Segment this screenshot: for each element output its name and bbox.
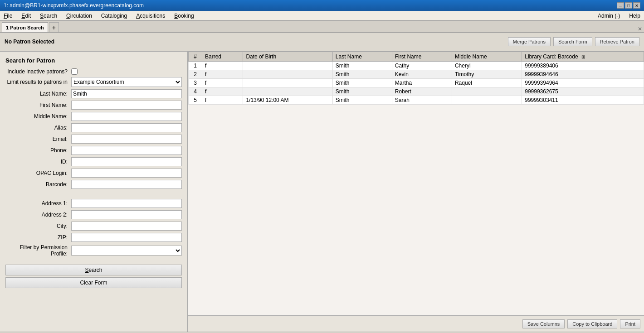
cell-num: 4 xyxy=(189,87,202,96)
expand-icon[interactable]: ⊞ xyxy=(581,54,585,59)
address2-input[interactable] xyxy=(71,210,182,219)
first-name-input[interactable] xyxy=(71,101,182,110)
city-label: City: xyxy=(5,223,71,229)
menu-bar: File Edit Search Circulation Cataloging … xyxy=(0,11,644,21)
middle-name-input[interactable] xyxy=(71,112,182,121)
menu-booking[interactable]: Booking xyxy=(172,12,195,19)
city-input[interactable] xyxy=(71,222,182,231)
phone-input[interactable] xyxy=(71,146,182,155)
results-panel: # Barred Date of Birth Last Name First N… xyxy=(188,52,644,332)
address2-row: Address 2: xyxy=(5,210,182,219)
search-panel-title: Search for Patron xyxy=(5,57,182,64)
col-header-last: Last Name xyxy=(332,52,392,62)
alias-label: Alias: xyxy=(5,125,71,131)
last-name-label: Last Name: xyxy=(5,91,71,97)
retrieve-patron-button[interactable]: Retrieve Patron xyxy=(595,37,639,46)
cell-dob xyxy=(243,87,332,96)
barcode-label: Barcode: xyxy=(5,181,71,188)
action-buttons: Merge Patrons Search Form Retrieve Patro… xyxy=(508,37,639,46)
menu-search[interactable]: Search xyxy=(38,12,59,19)
cell-barcode: 99999303411 xyxy=(522,96,644,105)
address1-row: Address 1: xyxy=(5,199,182,208)
print-button[interactable]: Print xyxy=(620,319,640,328)
tab-patron-search[interactable]: 1 Patron Search xyxy=(2,22,48,32)
cell-num: 3 xyxy=(189,79,202,87)
cell-first: Kevin xyxy=(392,70,452,79)
permission-profile-select[interactable] xyxy=(71,246,182,256)
cell-last: Smith xyxy=(332,62,392,70)
cell-first: Cathy xyxy=(392,62,452,70)
phone-label: Phone: xyxy=(5,147,71,154)
title-controls: – □ ✕ xyxy=(617,2,640,9)
results-table: # Barred Date of Birth Last Name First N… xyxy=(188,52,644,105)
address2-label: Address 2: xyxy=(5,212,71,218)
table-row[interactable]: 2 f Smith Kevin Timothy 99999394646 xyxy=(189,70,644,79)
cell-num: 5 xyxy=(189,96,202,105)
copy-to-clipboard-button[interactable]: Copy to Clipboard xyxy=(567,319,617,328)
phone-row: Phone: xyxy=(5,146,182,155)
cell-dob xyxy=(243,79,332,87)
include-inactive-row: Include inactive patrons? xyxy=(5,68,182,75)
menu-circulation[interactable]: Circulation xyxy=(64,12,94,19)
alias-input[interactable] xyxy=(71,123,182,132)
table-row[interactable]: 1 f Smith Cathy Cheryl 99999389406 xyxy=(189,62,644,70)
cell-num: 2 xyxy=(189,70,202,79)
cell-barcode: 99999389406 xyxy=(522,62,644,70)
close-button[interactable]: ✕ xyxy=(633,2,640,9)
cell-last: Smith xyxy=(332,70,392,79)
results-table-container: # Barred Date of Birth Last Name First N… xyxy=(188,52,644,315)
cell-first: Martha xyxy=(392,79,452,87)
menu-help[interactable]: Help xyxy=(627,12,642,19)
id-label: ID: xyxy=(5,159,71,165)
cell-barred: f xyxy=(202,87,243,96)
address1-label: Address 1: xyxy=(5,200,71,207)
cell-barred: f xyxy=(202,96,243,105)
cell-first: Sarah xyxy=(392,96,452,105)
menu-acquisitions[interactable]: Acquisitions xyxy=(134,12,167,19)
main-content: No Patron Selected Merge Patrons Search … xyxy=(0,33,644,332)
table-row[interactable]: 5 f 1/13/90 12:00 AM Smith Sarah 9999930… xyxy=(189,96,644,105)
cell-last: Smith xyxy=(332,79,392,87)
address1-input[interactable] xyxy=(71,199,182,208)
cell-middle xyxy=(452,87,522,96)
include-inactive-label: Include inactive patrons? xyxy=(5,68,71,75)
clear-form-button[interactable]: Clear Form xyxy=(5,277,182,288)
limit-results-select[interactable]: Example Consortium xyxy=(71,77,182,87)
cell-middle xyxy=(452,96,522,105)
col-header-middle: Middle Name xyxy=(452,52,522,62)
opac-login-input[interactable] xyxy=(71,169,182,178)
zip-input[interactable] xyxy=(71,233,182,242)
menu-cataloging[interactable]: Cataloging xyxy=(99,12,129,19)
menu-file[interactable]: File xyxy=(2,12,14,19)
id-input[interactable] xyxy=(71,157,182,166)
search-button[interactable]: Search xyxy=(5,265,182,275)
col-header-num: # xyxy=(189,52,202,62)
tab-new[interactable]: + xyxy=(49,22,59,32)
menu-edit[interactable]: Edit xyxy=(20,12,33,19)
email-row: Email: xyxy=(5,135,182,144)
cell-middle: Raquel xyxy=(452,79,522,87)
table-row[interactable]: 3 f Smith Martha Raquel 99999394964 xyxy=(189,79,644,87)
cell-barred: f xyxy=(202,62,243,70)
table-row[interactable]: 4 f Smith Robert 99999362675 xyxy=(189,87,644,96)
first-name-row: First Name: xyxy=(5,101,182,110)
minimize-button[interactable]: – xyxy=(617,2,624,9)
results-footer: Save Columns Copy to Clipboard Print xyxy=(188,315,644,332)
search-form-button[interactable]: Search Form xyxy=(553,37,592,46)
restore-button[interactable]: □ xyxy=(625,2,632,9)
save-columns-button[interactable]: Save Columns xyxy=(522,319,565,328)
last-name-row: Last Name: xyxy=(5,89,182,98)
merge-patrons-button[interactable]: Merge Patrons xyxy=(508,37,551,46)
last-name-input[interactable] xyxy=(71,89,182,98)
id-row: ID: xyxy=(5,157,182,166)
limit-results-row: Limit results to patrons in Example Cons… xyxy=(5,77,182,87)
permission-profile-label: Filter by Permission Profile: xyxy=(5,244,71,257)
cell-barcode: 99999394964 xyxy=(522,79,644,87)
email-input[interactable] xyxy=(71,135,182,144)
menu-admin[interactable]: Admin (-) xyxy=(596,12,622,19)
cell-last: Smith xyxy=(332,87,392,96)
include-inactive-checkbox[interactable] xyxy=(71,68,78,75)
barcode-input[interactable] xyxy=(71,180,182,189)
city-row: City: xyxy=(5,222,182,231)
tab-close-icon[interactable]: ✕ xyxy=(638,26,642,32)
